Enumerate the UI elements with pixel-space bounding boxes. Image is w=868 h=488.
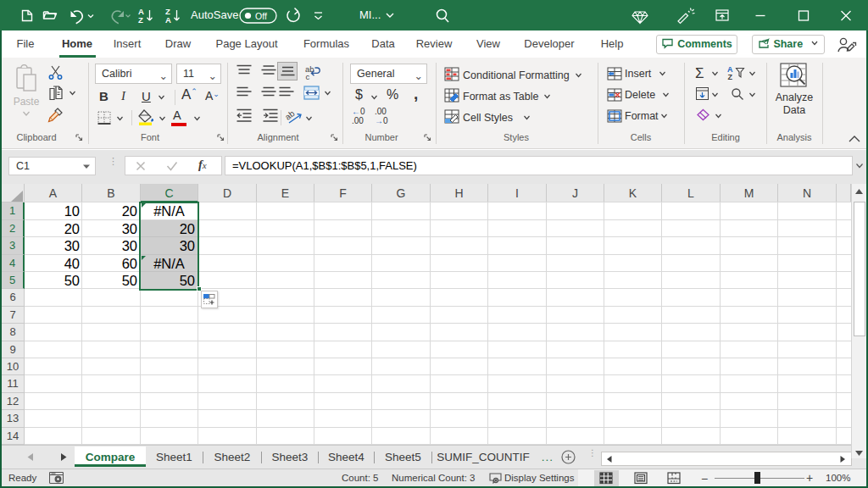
svg-text:Z: Z xyxy=(728,73,733,80)
svg-text:ab: ab xyxy=(286,108,297,122)
svg-text:c: c xyxy=(306,72,310,81)
svg-text:Z: Z xyxy=(138,15,143,25)
svg-text:Off: Off xyxy=(255,11,267,21)
svg-text:A: A xyxy=(165,15,171,25)
